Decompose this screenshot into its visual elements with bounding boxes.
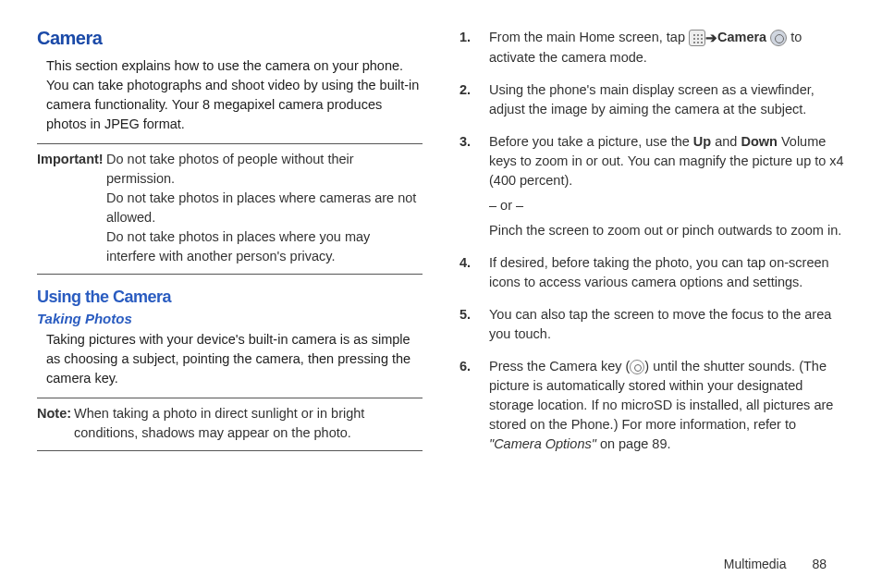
important-line: Do not take photos of people without the… xyxy=(106,150,423,189)
page-footer: Multimedia 88 xyxy=(724,557,827,571)
step-text: If desired, before taking the photo, you… xyxy=(489,255,829,289)
taking-photos-intro: Taking pictures with your device's built… xyxy=(37,330,423,388)
heading-taking-photos: Taking Photos xyxy=(37,311,423,326)
note-content: When taking a photo in direct sunlight o… xyxy=(74,404,423,443)
camera-key-icon xyxy=(630,360,644,374)
camera-options-ref: "Camera Options" xyxy=(489,436,596,451)
page-content: Camera This section explains how to use … xyxy=(0,0,882,485)
step-item: From the main Home screen, tap ➔ Camera … xyxy=(459,28,845,67)
or-divider: – or – xyxy=(489,196,845,215)
step-item: Before you take a picture, use the Up an… xyxy=(459,132,845,240)
down-key: Down xyxy=(741,134,777,149)
important-line: Do not take photos in places where camer… xyxy=(106,189,423,227)
camera-app-icon xyxy=(770,30,787,46)
up-key: Up xyxy=(693,134,711,149)
important-content: Do not take photos of people without the… xyxy=(106,150,423,266)
step-text: You can also tap the screen to move the … xyxy=(489,307,831,341)
step-text: Using the phone's main display screen as… xyxy=(489,82,815,116)
camera-label: Camera xyxy=(717,30,766,44)
footer-section: Multimedia xyxy=(724,557,787,571)
step-item: If desired, before taking the photo, you… xyxy=(459,253,845,292)
arrow-right-icon: ➔ xyxy=(705,29,717,48)
important-line: Do not take photos in places where you m… xyxy=(106,227,423,266)
step-text: and xyxy=(711,134,741,149)
steps-list: From the main Home screen, tap ➔ Camera … xyxy=(459,28,845,454)
step-item: Using the phone's main display screen as… xyxy=(459,80,845,119)
camera-intro: This section explains how to use the cam… xyxy=(37,56,423,134)
apps-grid-icon xyxy=(689,30,705,46)
important-block: Important! Do not take photos of people … xyxy=(37,143,423,275)
footer-page-number: 88 xyxy=(812,557,827,571)
step-text: From the main Home screen, tap xyxy=(489,30,689,44)
left-column: Camera This section explains how to use … xyxy=(37,28,423,467)
heading-using-camera: Using the Camera xyxy=(37,288,423,307)
heading-camera: Camera xyxy=(37,28,423,49)
step-text: on page 89. xyxy=(596,436,671,451)
step-text: Before you take a picture, use the xyxy=(489,134,693,149)
step-item: Press the Camera key () until the shutte… xyxy=(459,357,845,454)
note-label: Note: xyxy=(37,404,71,423)
important-label: Important! xyxy=(37,150,104,169)
note-block: Note: When taking a photo in direct sunl… xyxy=(37,398,423,451)
step-text: Press the Camera key ( xyxy=(489,359,630,374)
right-column: From the main Home screen, tap ➔ Camera … xyxy=(459,28,845,467)
step-item: You can also tap the screen to move the … xyxy=(459,305,845,344)
step-text: Pinch the screen to zoom out or pinch ou… xyxy=(489,221,845,240)
